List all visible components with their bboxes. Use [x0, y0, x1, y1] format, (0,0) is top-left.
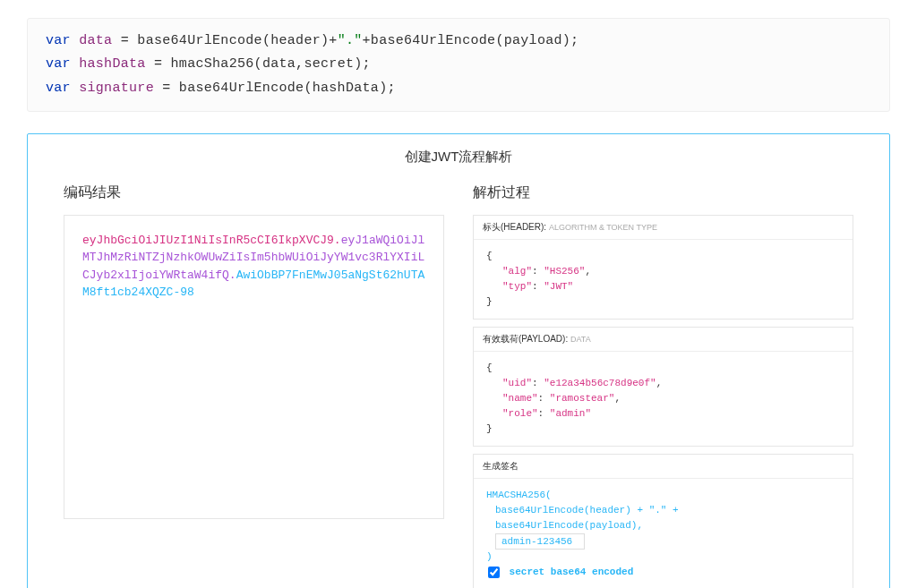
fn-base64-2: base64UrlEncode: [371, 33, 496, 48]
fn-base64-1: base64UrlEncode: [137, 33, 262, 48]
keyword-var: var: [46, 81, 71, 96]
secret-row: [486, 533, 840, 550]
sig-line-1: HMACSHA256(: [486, 488, 840, 503]
arg-header: header: [270, 33, 321, 48]
signature-panel: 生成签名 HMACSHA256( base64UrlEncode(header)…: [473, 454, 853, 588]
header-label: 标头(HEADER):: [483, 222, 546, 232]
encoded-header: eyJhbGciOiJIUzI1NiIsInR5cCI6IkpXVCJ9: [82, 234, 334, 247]
secret-base64-checkbox[interactable]: [488, 567, 500, 578]
keyword-var: var: [46, 33, 71, 48]
ident-signature: signature: [79, 81, 154, 96]
columns: 编码结果 eyJhbGciOiJIUzI1NiIsInR5cCI6IkpXVCJ…: [64, 183, 853, 588]
arg-secret: secret: [304, 56, 354, 72]
right-column: 解析过程 标头(HEADER): ALGORITHM & TOKEN TYPE …: [473, 183, 853, 588]
arg-hashdata: hashData: [313, 81, 379, 96]
code-line-3: var signature = base64UrlEncode(hashData…: [46, 77, 871, 100]
keyword-var: var: [46, 56, 71, 72]
payload-panel-title: 有效载荷(PAYLOAD): DATA: [474, 328, 853, 352]
left-column: 编码结果 eyJhbGciOiJIUzI1NiIsInR5cCI6IkpXVCJ…: [64, 183, 444, 588]
encoded-box: eyJhbGciOiJIUzI1NiIsInR5cCI6IkpXVCJ9.eyJ…: [64, 215, 444, 519]
fn-base64-3: base64UrlEncode: [179, 81, 304, 96]
decoded-title: 解析过程: [473, 183, 853, 202]
header-panel: 标头(HEADER): ALGORITHM & TOKEN TYPE { "al…: [473, 215, 853, 320]
sig-close: ): [486, 550, 840, 565]
header-sub: ALGORITHM & TOKEN TYPE: [549, 223, 657, 232]
equals: =: [121, 33, 138, 48]
arg-data: data: [262, 56, 296, 72]
ident-data: data: [79, 33, 112, 48]
payload-panel: 有效载荷(PAYLOAD): DATA { "uid": "e12a34b56c…: [473, 327, 853, 447]
sig-line-2: base64UrlEncode(header) + "." +: [486, 503, 840, 518]
header-panel-title: 标头(HEADER): ALGORITHM & TOKEN TYPE: [474, 216, 853, 240]
signature-panel-title: 生成签名: [474, 455, 853, 479]
code-line-2: var hashData = hmacSha256(data,secret);: [46, 53, 871, 76]
ident-hashdata: hashData: [79, 56, 145, 72]
code-block: var data = base64UrlEncode(header)+"."+b…: [27, 18, 890, 112]
encoded-title: 编码结果: [64, 183, 444, 202]
diagram-title: 创建JWT流程解析: [64, 149, 853, 166]
signature-label: 生成签名: [483, 461, 518, 471]
jwt-diagram: 创建JWT流程解析 编码结果 eyJhbGciOiJIUzI1NiIsInR5c…: [27, 133, 890, 588]
signature-panel-body: HMACSHA256( base64UrlEncode(header) + ".…: [474, 479, 853, 588]
dot: .: [334, 234, 341, 247]
code-line-1: var data = base64UrlEncode(header)+"."+b…: [46, 30, 871, 53]
header-panel-body: { "alg": "HS256", "typ": "JWT" }: [474, 240, 853, 319]
payload-label: 有效载荷(PAYLOAD):: [483, 334, 568, 344]
fn-hmac: hmacSha256: [171, 56, 254, 72]
checkbox-row: secret base64 encoded: [486, 567, 633, 577]
sig-line-3: base64UrlEncode(payload),: [486, 518, 840, 533]
payload-panel-body: { "uid": "e12a34b56c78d9e0f", "name": "r…: [474, 352, 853, 446]
str-dot: ".": [338, 33, 363, 48]
payload-sub: DATA: [570, 335, 591, 344]
checkbox-label: secret base64 encoded: [510, 567, 634, 577]
arg-payload: payload: [504, 33, 562, 48]
dot: .: [229, 268, 236, 282]
secret-input[interactable]: [495, 533, 585, 550]
